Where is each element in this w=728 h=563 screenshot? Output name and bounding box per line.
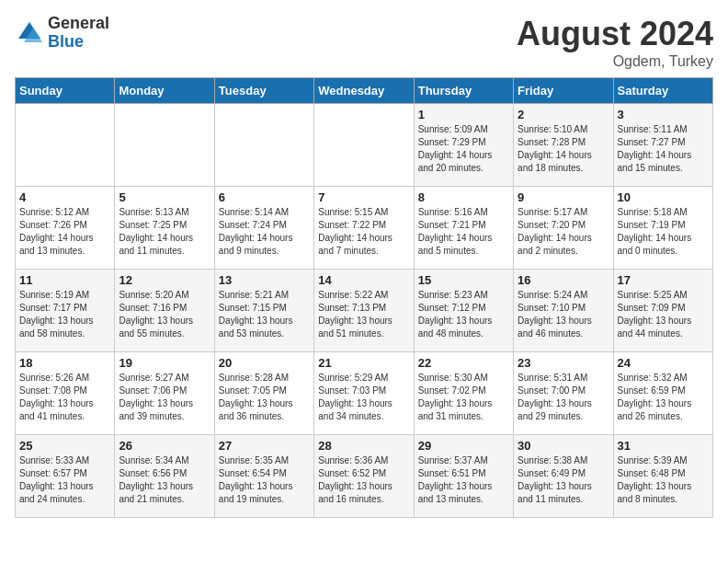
day-info: Sunrise: 5:28 AM Sunset: 7:05 PM Dayligh… (219, 372, 310, 423)
day-number: 21 (318, 356, 409, 370)
day-number: 11 (19, 273, 110, 287)
calendar-cell: 28Sunrise: 5:36 AM Sunset: 6:52 PM Dayli… (314, 435, 414, 518)
day-number: 3 (618, 108, 709, 121)
day-number: 18 (19, 356, 110, 370)
day-info: Sunrise: 5:16 AM Sunset: 7:21 PM Dayligh… (418, 206, 509, 258)
day-header-thursday: Thursday (414, 78, 513, 104)
day-info: Sunrise: 5:33 AM Sunset: 6:57 PM Dayligh… (19, 454, 110, 506)
day-info: Sunrise: 5:09 AM Sunset: 7:29 PM Dayligh… (418, 123, 509, 175)
location: Ogdem, Turkey (517, 53, 713, 70)
week-row-5: 25Sunrise: 5:33 AM Sunset: 6:57 PM Dayli… (16, 435, 713, 518)
day-info: Sunrise: 5:20 AM Sunset: 7:16 PM Dayligh… (119, 289, 210, 340)
day-number: 13 (219, 273, 310, 287)
day-info: Sunrise: 5:39 AM Sunset: 6:48 PM Dayligh… (618, 454, 709, 506)
day-number: 28 (318, 439, 409, 453)
day-number: 22 (418, 356, 509, 370)
day-number: 14 (318, 273, 409, 287)
day-info: Sunrise: 5:17 AM Sunset: 7:20 PM Dayligh… (518, 206, 609, 258)
calendar-cell: 17Sunrise: 5:25 AM Sunset: 7:09 PM Dayli… (613, 270, 712, 352)
day-number: 26 (119, 439, 210, 453)
month-year: August 2024 (517, 15, 713, 53)
calendar-cell: 4Sunrise: 5:12 AM Sunset: 7:26 PM Daylig… (16, 187, 115, 270)
logo-blue: Blue (48, 33, 109, 52)
day-info: Sunrise: 5:35 AM Sunset: 6:54 PM Dayligh… (219, 454, 310, 506)
day-info: Sunrise: 5:26 AM Sunset: 7:08 PM Dayligh… (19, 372, 110, 423)
calendar-cell: 13Sunrise: 5:21 AM Sunset: 7:15 PM Dayli… (214, 270, 313, 352)
day-info: Sunrise: 5:36 AM Sunset: 6:52 PM Dayligh… (318, 454, 409, 506)
calendar-cell: 9Sunrise: 5:17 AM Sunset: 7:20 PM Daylig… (514, 187, 613, 270)
page-header: General Blue August 2024 Ogdem, Turkey (15, 15, 713, 70)
calendar-cell: 12Sunrise: 5:20 AM Sunset: 7:16 PM Dayli… (115, 270, 214, 352)
day-header-sunday: Sunday (16, 78, 115, 104)
day-info: Sunrise: 5:29 AM Sunset: 7:03 PM Dayligh… (318, 372, 409, 423)
day-header-monday: Monday (115, 78, 214, 104)
calendar-cell: 7Sunrise: 5:15 AM Sunset: 7:22 PM Daylig… (314, 187, 414, 270)
day-number: 29 (418, 439, 509, 453)
day-number: 10 (618, 190, 709, 204)
day-number: 17 (618, 273, 709, 287)
day-number: 9 (518, 190, 609, 204)
day-number: 31 (618, 439, 709, 453)
day-number: 25 (19, 439, 110, 453)
day-number: 12 (119, 273, 210, 287)
logo-general: General (48, 15, 109, 33)
calendar-cell: 18Sunrise: 5:26 AM Sunset: 7:08 PM Dayli… (16, 352, 115, 435)
day-info: Sunrise: 5:25 AM Sunset: 7:09 PM Dayligh… (618, 289, 709, 340)
calendar-cell: 1Sunrise: 5:09 AM Sunset: 7:29 PM Daylig… (414, 104, 513, 187)
day-info: Sunrise: 5:21 AM Sunset: 7:15 PM Dayligh… (219, 289, 310, 340)
calendar-cell (16, 104, 115, 187)
calendar-cell: 24Sunrise: 5:32 AM Sunset: 6:59 PM Dayli… (613, 352, 712, 435)
logo-text: General Blue (48, 15, 109, 52)
title-area: August 2024 Ogdem, Turkey (517, 15, 713, 70)
week-row-1: 1Sunrise: 5:09 AM Sunset: 7:29 PM Daylig… (16, 104, 713, 187)
calendar-cell: 27Sunrise: 5:35 AM Sunset: 6:54 PM Dayli… (214, 435, 313, 518)
day-info: Sunrise: 5:31 AM Sunset: 7:00 PM Dayligh… (518, 372, 609, 423)
logo-icon (15, 18, 44, 48)
calendar-cell (115, 104, 214, 187)
day-number: 16 (518, 273, 609, 287)
day-info: Sunrise: 5:18 AM Sunset: 7:19 PM Dayligh… (618, 206, 709, 258)
day-number: 5 (119, 190, 210, 204)
day-info: Sunrise: 5:34 AM Sunset: 6:56 PM Dayligh… (119, 454, 210, 506)
calendar-cell: 14Sunrise: 5:22 AM Sunset: 7:13 PM Dayli… (314, 270, 414, 352)
day-number: 1 (418, 108, 509, 121)
calendar-cell: 8Sunrise: 5:16 AM Sunset: 7:21 PM Daylig… (414, 187, 513, 270)
day-info: Sunrise: 5:37 AM Sunset: 6:51 PM Dayligh… (418, 454, 509, 506)
calendar-cell: 11Sunrise: 5:19 AM Sunset: 7:17 PM Dayli… (16, 270, 115, 352)
day-info: Sunrise: 5:22 AM Sunset: 7:13 PM Dayligh… (318, 289, 409, 340)
calendar-cell: 22Sunrise: 5:30 AM Sunset: 7:02 PM Dayli… (414, 352, 513, 435)
day-number: 19 (119, 356, 210, 370)
calendar-cell: 2Sunrise: 5:10 AM Sunset: 7:28 PM Daylig… (514, 104, 613, 187)
day-header-tuesday: Tuesday (214, 78, 313, 104)
day-info: Sunrise: 5:12 AM Sunset: 7:26 PM Dayligh… (19, 206, 110, 258)
day-info: Sunrise: 5:15 AM Sunset: 7:22 PM Dayligh… (318, 206, 409, 258)
calendar-table: SundayMondayTuesdayWednesdayThursdayFrid… (15, 77, 713, 518)
calendar-cell: 26Sunrise: 5:34 AM Sunset: 6:56 PM Dayli… (115, 435, 214, 518)
day-number: 20 (219, 356, 310, 370)
calendar-cell: 5Sunrise: 5:13 AM Sunset: 7:25 PM Daylig… (115, 187, 214, 270)
week-row-2: 4Sunrise: 5:12 AM Sunset: 7:26 PM Daylig… (16, 187, 713, 270)
day-number: 4 (19, 190, 110, 204)
day-number: 8 (418, 190, 509, 204)
day-info: Sunrise: 5:13 AM Sunset: 7:25 PM Dayligh… (119, 206, 210, 258)
calendar-cell: 23Sunrise: 5:31 AM Sunset: 7:00 PM Dayli… (514, 352, 613, 435)
day-info: Sunrise: 5:24 AM Sunset: 7:10 PM Dayligh… (518, 289, 609, 340)
day-number: 2 (518, 108, 609, 121)
calendar-cell: 25Sunrise: 5:33 AM Sunset: 6:57 PM Dayli… (16, 435, 115, 518)
day-number: 15 (418, 273, 509, 287)
calendar-cell: 16Sunrise: 5:24 AM Sunset: 7:10 PM Dayli… (514, 270, 613, 352)
calendar-cell (214, 104, 313, 187)
calendar-cell: 21Sunrise: 5:29 AM Sunset: 7:03 PM Dayli… (314, 352, 414, 435)
day-info: Sunrise: 5:19 AM Sunset: 7:17 PM Dayligh… (19, 289, 110, 340)
calendar-cell: 29Sunrise: 5:37 AM Sunset: 6:51 PM Dayli… (414, 435, 513, 518)
calendar-cell (314, 104, 414, 187)
calendar-cell: 10Sunrise: 5:18 AM Sunset: 7:19 PM Dayli… (613, 187, 712, 270)
day-info: Sunrise: 5:14 AM Sunset: 7:24 PM Dayligh… (219, 206, 310, 258)
day-header-friday: Friday (514, 78, 613, 104)
day-info: Sunrise: 5:27 AM Sunset: 7:06 PM Dayligh… (119, 372, 210, 423)
logo: General Blue (15, 15, 109, 52)
week-row-4: 18Sunrise: 5:26 AM Sunset: 7:08 PM Dayli… (16, 352, 713, 435)
day-info: Sunrise: 5:11 AM Sunset: 7:27 PM Dayligh… (618, 123, 709, 175)
calendar-cell: 31Sunrise: 5:39 AM Sunset: 6:48 PM Dayli… (613, 435, 712, 518)
day-number: 6 (219, 190, 310, 204)
